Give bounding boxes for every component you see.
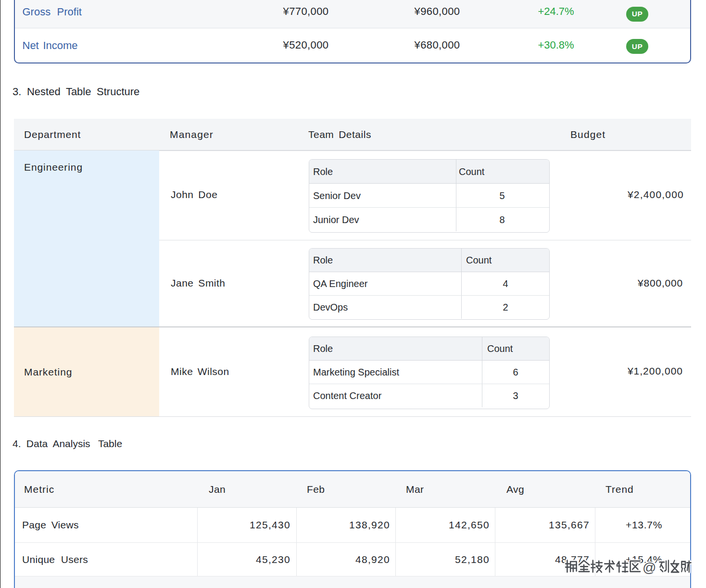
svg-text:@: @	[643, 560, 656, 575]
